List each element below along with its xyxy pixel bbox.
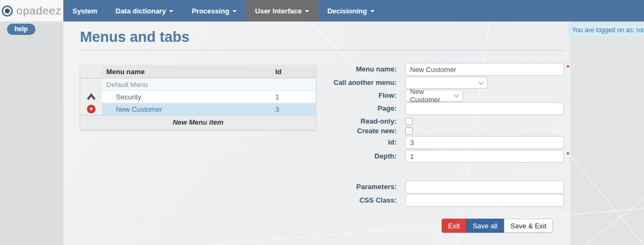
brand-name: opadeez — [16, 4, 61, 17]
opadeez-app: opadeez System Data dictionary Processin… — [0, 0, 644, 245]
form-row-flow: Flow: New Customer — [305, 89, 579, 102]
nav-item-user-interface[interactable]: User Interface — [246, 0, 318, 21]
nav-item-label: System — [72, 7, 97, 15]
form-row-css-class: CSS Class: — [305, 194, 579, 207]
page-title: Menus and tabs — [80, 29, 189, 46]
depth-label: Depth: — [305, 150, 397, 163]
form-row-create-new: Create new: — [305, 127, 579, 135]
form-row-menu-name: Menu name: * — [305, 63, 579, 76]
nav-item-decisioning[interactable]: Decisioning — [318, 0, 384, 21]
nav-item-system[interactable]: System — [63, 0, 106, 21]
brand-logo[interactable]: opadeez — [0, 0, 63, 21]
nav-menu: System Data dictionary Processing User I… — [63, 0, 384, 21]
chevron-down-icon — [169, 10, 173, 12]
menu-name-cell[interactable]: New Customer — [102, 103, 271, 116]
right-gutter-panel — [570, 21, 644, 245]
nav-item-label: User Interface — [255, 7, 302, 15]
page-input[interactable] — [405, 102, 564, 115]
create-new-checkbox[interactable] — [405, 127, 413, 135]
login-status-badge: You are logged on as: root — [568, 24, 644, 37]
call-another-menu-select[interactable] — [405, 77, 488, 89]
chevron-down-icon — [370, 10, 375, 12]
id-label: Id: — [305, 136, 397, 149]
table-row-default-menu[interactable]: Default Menu — [80, 78, 316, 91]
menu-name-cell[interactable]: Security — [102, 91, 271, 103]
form-row-read-only: Read-only: — [305, 117, 579, 126]
css-class-input[interactable] — [405, 194, 564, 207]
form-actions: Exit Save all Save & Exit — [442, 219, 553, 233]
chevron-down-icon — [305, 10, 309, 12]
row-gutter — [80, 78, 102, 91]
parameters-input[interactable] — [405, 181, 564, 193]
row-gutter — [80, 91, 102, 103]
new-menu-item-link[interactable]: New Menu item — [80, 116, 316, 129]
form-row-id: Id: — [305, 136, 579, 149]
form-row-parameters: Parameters: — [305, 181, 579, 193]
nav-item-label: Processing — [192, 7, 229, 15]
read-only-label: Read-only: — [305, 117, 397, 126]
save-all-button[interactable]: Save all — [466, 219, 504, 233]
css-class-label: CSS Class: — [305, 194, 397, 207]
chevron-down-icon — [232, 10, 237, 12]
form-row-depth: Depth: * — [305, 150, 579, 163]
create-new-label: Create new: — [305, 127, 397, 135]
form-row-page: Page: — [305, 102, 579, 115]
brand-logo-icon — [2, 5, 13, 17]
menu-name-input[interactable] — [405, 63, 564, 76]
exit-button[interactable]: Exit — [442, 219, 466, 233]
delete-icon[interactable]: ✕ — [87, 105, 96, 113]
help-button[interactable]: help — [7, 24, 35, 35]
depth-input[interactable] — [405, 150, 564, 163]
read-only-checkbox[interactable] — [405, 118, 413, 125]
save-and-exit-button[interactable]: Save & Exit — [504, 219, 553, 233]
call-another-menu-label: Call another menu: — [305, 76, 397, 89]
id-input[interactable] — [405, 136, 564, 149]
nav-item-label: Decisioning — [327, 7, 367, 15]
menu-name-label: Menu name: — [305, 63, 397, 76]
parameters-label: Parameters: — [305, 181, 397, 193]
required-asterisk: * — [567, 64, 569, 71]
required-asterisk: * — [567, 151, 569, 158]
flow-select[interactable]: New Customer — [405, 90, 463, 102]
select-value: New Customer — [410, 88, 455, 104]
main-area: help You are logged on as: root Menus an… — [0, 21, 644, 245]
column-header-menu-name: Menu name — [102, 66, 271, 78]
table-header-row: Menu name Id — [80, 66, 316, 78]
table-row-security[interactable]: Security 1 — [80, 91, 316, 103]
nav-item-label: Data dictionary — [115, 7, 166, 15]
table-header-gutter — [80, 66, 102, 78]
left-gutter-panel — [0, 21, 63, 245]
flow-label: Flow: — [305, 89, 397, 102]
top-navbar: opadeez System Data dictionary Processin… — [0, 0, 644, 21]
row-gutter: ✕ — [80, 103, 102, 116]
nav-item-data-dictionary[interactable]: Data dictionary — [106, 0, 182, 21]
menu-table: Menu name Id Default Menu Security 1 — [80, 66, 316, 129]
nav-item-processing[interactable]: Processing — [182, 0, 246, 21]
menu-edit-form: Menu name: * Call another menu: Flow: Ne… — [305, 21, 579, 245]
menu-name-cell[interactable]: Default Menu — [102, 78, 271, 91]
move-up-icon[interactable] — [86, 93, 96, 101]
page-label: Page: — [305, 102, 397, 115]
table-row-new-customer[interactable]: ✕ New Customer 3 — [80, 103, 316, 116]
chevron-down-icon — [479, 79, 484, 84]
